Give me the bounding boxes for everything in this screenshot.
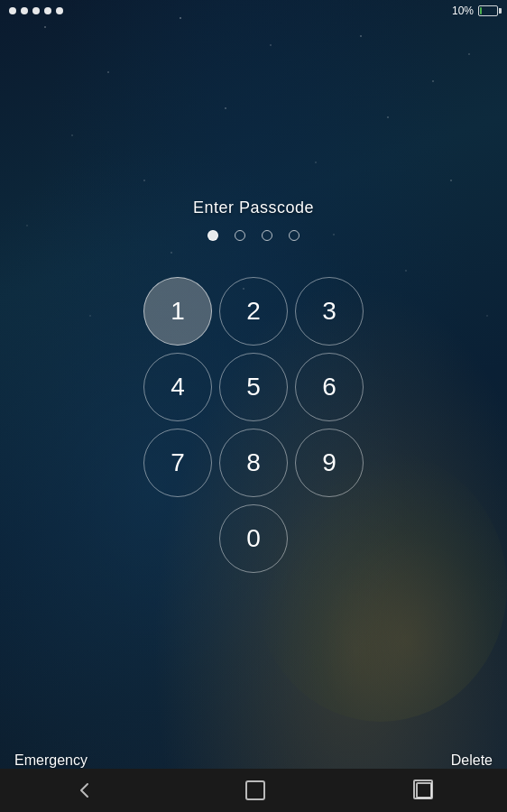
num-btn-2[interactable]: 2: [219, 277, 288, 346]
home-icon: [245, 780, 265, 800]
signal-indicator: [9, 7, 63, 14]
num-btn-8[interactable]: 8: [219, 429, 288, 497]
recents-button[interactable]: [416, 782, 432, 798]
passcode-area: Enter Passcode 1 2 3 4 5 6 7 8 9 0: [143, 198, 364, 573]
emergency-button[interactable]: Emergency: [14, 752, 88, 769]
signal-dot-1: [9, 7, 16, 14]
nav-bar: [0, 769, 507, 812]
num-btn-7[interactable]: 7: [143, 429, 212, 497]
back-button[interactable]: [75, 780, 95, 800]
num-btn-9[interactable]: 9: [295, 429, 364, 497]
num-btn-4[interactable]: 4: [143, 353, 212, 421]
passcode-dots: [207, 230, 300, 241]
bottom-bar: Emergency Delete: [0, 752, 507, 769]
num-btn-5[interactable]: 5: [219, 353, 288, 421]
signal-dot-2: [21, 7, 28, 14]
home-button[interactable]: [245, 780, 265, 800]
numpad: 1 2 3 4 5 6 7 8 9 0: [143, 277, 364, 573]
passcode-dot-1: [207, 230, 218, 241]
battery-area: 10%: [452, 5, 498, 17]
num-btn-3[interactable]: 3: [295, 277, 364, 346]
signal-dot-3: [32, 7, 40, 14]
passcode-dot-2: [235, 230, 245, 241]
passcode-dot-3: [262, 230, 272, 241]
battery-percent: 10%: [452, 5, 474, 17]
num-btn-6[interactable]: 6: [295, 353, 364, 421]
passcode-label: Enter Passcode: [193, 198, 314, 217]
status-bar: 10%: [0, 0, 507, 22]
recents-icon: [416, 782, 432, 798]
battery-fill: [480, 7, 482, 14]
num-btn-1[interactable]: 1: [143, 277, 212, 346]
signal-dot-4: [44, 7, 51, 14]
battery-icon: [478, 5, 498, 16]
num-btn-0[interactable]: 0: [219, 504, 288, 573]
delete-button[interactable]: Delete: [451, 752, 493, 769]
signal-dot-5: [56, 7, 63, 14]
passcode-dot-4: [289, 230, 300, 241]
